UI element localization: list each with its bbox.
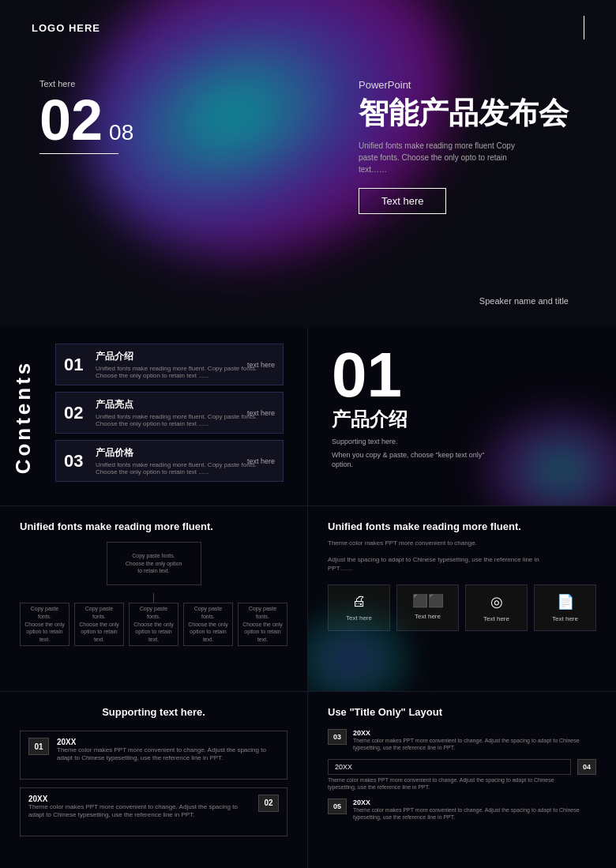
tl-desc-2: Theme color makes PPT more convenient to… xyxy=(28,803,242,820)
speaker-info: Speaker name and title xyxy=(479,296,569,306)
slide-1: LOGO HERE Text here 02 08 PowerPoint 智能产… xyxy=(0,0,616,328)
slide5-desc1: Theme color makes PPT more convenient to… xyxy=(328,539,565,547)
text-here-label: Text here xyxy=(39,79,133,88)
item-num-3: 03 xyxy=(64,451,86,472)
icon-card-2: ⬛⬛ Text here xyxy=(396,584,459,631)
tr-num-1: 03 xyxy=(328,729,347,745)
right-content: PowerPoint 智能产品发布会 Unified fonts make re… xyxy=(359,79,569,214)
tr-desc-2: Theme color makes PPT more convenient to… xyxy=(328,776,571,791)
tl-desc-1: Theme color makes PPT more convenient to… xyxy=(57,746,279,763)
icon-circle: ◎ xyxy=(490,593,503,611)
slide-2-contents: Contents 01 产品介绍 Unified fonts make read… xyxy=(0,328,308,505)
tr-row-1: 03 20XX Theme color makes PPT more conve… xyxy=(328,729,596,751)
tr-row-2-container: 20XX Theme color makes PPT more convenie… xyxy=(328,759,596,791)
underline-decoration xyxy=(39,153,118,154)
slide6-title: Supporting text here. xyxy=(20,706,287,718)
item-num-1: 01 xyxy=(64,355,86,375)
icon-print: 🖨 xyxy=(352,593,366,610)
slide-number-small: 08 xyxy=(109,120,133,145)
contents-item-3: 03 产品价格 Unified fonts make reading more … xyxy=(55,440,284,482)
contents-item-2: 02 产品亮点 Unified fonts make reading more … xyxy=(55,392,284,434)
slide7-title: Use "Title Only" Layout xyxy=(328,706,596,718)
bottom-box-2: Copy paste fonts. Choose the only option… xyxy=(74,603,124,646)
icon-card-3: ◎ Text here xyxy=(465,584,528,631)
item-tag-3: text here xyxy=(247,457,275,465)
bottom-box-3: Copy paste fonts. Choose the only option… xyxy=(129,603,178,646)
product-desc: When you copy & paste, choose "keep text… xyxy=(332,450,490,470)
contents-items: 01 产品介绍 Unified fonts make reading more … xyxy=(55,344,284,482)
bottom-box-1: Copy paste fonts. Choose the only option… xyxy=(20,603,69,646)
tl-year-1: 20XX xyxy=(57,738,279,746)
bottom-box-4: Copy paste fonts. Choose the only option… xyxy=(183,603,233,646)
slide-3-product-intro: 01 产品介绍 Supporting text here. When you c… xyxy=(308,328,616,505)
slide5-desc2: Adjust the spacing to adapt to Chinese t… xyxy=(328,555,565,573)
logo-text: LOGO HERE xyxy=(32,22,100,34)
icon-card-4: 📄 Text here xyxy=(534,584,596,631)
tr-desc-1: Theme color makes PPT more convenient to… xyxy=(353,737,596,751)
tl-year-2: 20XX xyxy=(28,795,242,803)
tl-num-1: 01 xyxy=(28,738,49,755)
tr-year-left-2: 20XX Theme color makes PPT more convenie… xyxy=(328,759,571,791)
timeline-box-2: 20XX Theme color makes PPT more convenie… xyxy=(20,787,287,836)
powerpoint-label: PowerPoint xyxy=(359,79,569,91)
bottom-box-5: Copy paste fonts. Choose the only option… xyxy=(238,603,287,646)
slide-5-icon-cards: Unified fonts make reading more fluent. … xyxy=(308,505,616,691)
tr-num-2: 04 xyxy=(577,759,596,775)
slide4-title: Unified fonts make reading more fluent. xyxy=(20,520,287,532)
slide5-title: Unified fonts make reading more fluent. xyxy=(328,520,596,532)
icon-label-2: Text here xyxy=(415,613,441,620)
product-section-num: 01 xyxy=(332,344,592,407)
connector-line xyxy=(153,593,154,603)
item-num-2: 02 xyxy=(64,403,86,423)
divider-line xyxy=(584,16,584,39)
tr-num-3: 05 xyxy=(328,798,347,814)
text-here-button[interactable]: Text here xyxy=(359,188,446,214)
contents-item-1: 01 产品介绍 Unified fonts make reading more … xyxy=(55,344,284,385)
subtitle-text: Unified fonts make reading more fluent C… xyxy=(359,140,532,175)
item-tag-1: text here xyxy=(247,361,275,369)
tl-item-1: 01 20XX Theme color makes PPT more conve… xyxy=(28,738,279,763)
left-content: Text here 02 08 xyxy=(39,79,133,154)
top-box: Copy paste fonts. Choose the only option… xyxy=(107,542,201,585)
tr-year-2: 20XX xyxy=(328,759,571,775)
slide-number-big: 02 xyxy=(39,92,103,148)
item-tag-2: text here xyxy=(247,409,275,417)
icon-doc: 📄 xyxy=(557,593,574,611)
main-title: 智能产品发布会 xyxy=(359,96,569,132)
supporting-text: Supporting text here. xyxy=(332,437,490,447)
slide-4-diagram: Unified fonts make reading more fluent. … xyxy=(0,505,308,691)
icon-label-4: Text here xyxy=(552,615,578,622)
contents-label: Contents xyxy=(11,359,36,474)
timeline-box-1: 01 20XX Theme color makes PPT more conve… xyxy=(20,731,287,780)
tr-year-1: 20XX xyxy=(353,729,596,737)
top-box-text: Copy paste fonts. Choose the only option… xyxy=(126,552,182,575)
tl-item-2: 20XX Theme color makes PPT more convenie… xyxy=(28,795,279,820)
tr-desc-3: Theme color makes PPT more convenient to… xyxy=(353,806,596,821)
tr-year-3: 20XX xyxy=(353,798,596,806)
tl-num-2: 02 xyxy=(258,795,279,812)
slide-6-timeline: Supporting text here. 01 20XX Theme colo… xyxy=(0,691,308,868)
icon-grid: ⬛⬛ xyxy=(412,593,444,608)
bottom-boxes-row: Copy paste fonts. Choose the only option… xyxy=(20,603,287,646)
slide-7-title-only: Use "Title Only" Layout 03 20XX Theme co… xyxy=(308,691,616,868)
tr-row-3: 05 20XX Theme color makes PPT more conve… xyxy=(328,798,596,821)
icon-label-3: Text here xyxy=(483,615,509,622)
